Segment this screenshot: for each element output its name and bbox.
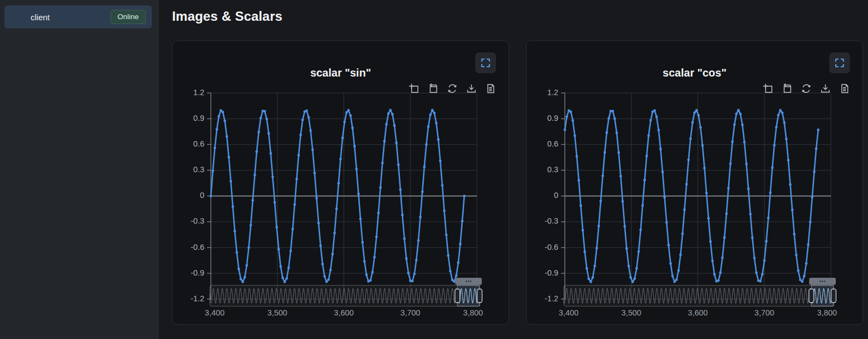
x-tick-label: 3,700 [400,308,420,317]
save-as-image-icon [820,83,831,94]
zoom-reset-button[interactable] [427,83,439,95]
datazoom-window[interactable] [811,285,834,306]
y-tick-label: -1.2 [191,294,204,303]
page-title: Images & Scalars [172,9,868,24]
datazoom-track[interactable] [210,285,480,306]
restore-icon [447,83,458,94]
x-tick-label: 3,400 [205,308,225,317]
fullscreen-icon [834,57,845,68]
box-select-zoom-icon [763,83,773,94]
y-tick-label: -0.3 [545,217,558,225]
x-tick-label: 3,500 [268,308,287,317]
fullscreen-icon [480,57,491,68]
zoom-reset-icon [428,83,439,94]
restore-button[interactable] [800,83,812,95]
y-tick-label: 1.2 [547,88,558,97]
data-view-button[interactable] [839,83,851,95]
x-tick-label: 3,800 [817,308,837,317]
box-select-zoom-icon [409,83,420,94]
sidebar: client Online [0,0,159,339]
right-handle-icon[interactable] [477,289,482,303]
x-tick-label: 3,600 [688,308,707,317]
y-tick-label: 0.9 [193,114,204,122]
save-as-image-icon [466,83,477,94]
data-view-icon [485,83,496,94]
box-select-zoom-button[interactable] [762,83,774,95]
sidebar-item-client[interactable]: client Online [4,5,152,28]
box-select-zoom-button[interactable] [408,83,420,95]
y-tick-label: -0.6 [191,243,204,252]
main-content: Images & Scalars 1.20.90.60.30-0.3-0.6-0… [159,0,868,339]
y-tick-label: 0.3 [193,165,204,174]
y-tick-label: 0 [200,191,204,200]
chart-toolbar [762,83,851,95]
y-tick-label: -0.9 [545,268,558,277]
x-tick-label: 3,400 [559,308,578,317]
right-handle-icon[interactable] [831,289,836,303]
status-badge: Online [110,10,146,25]
restore-button[interactable] [446,83,458,95]
y-tick-label: 0 [554,191,558,200]
datazoom-window[interactable] [457,285,480,306]
save-as-image-button[interactable] [465,83,477,95]
left-handle-icon[interactable] [809,289,814,303]
y-tick-label: 0.3 [547,165,558,174]
zoom-reset-button[interactable] [781,83,793,95]
client-name-label: client [4,13,110,22]
chart-toolbar [408,83,497,95]
zoom-reset-icon [782,83,793,94]
app-window: client Online Images & Scalars 1.20.90.6… [0,0,868,339]
x-tick-label: 3,700 [754,308,774,317]
y-tick-label: -0.9 [191,268,204,277]
y-tick-label: 0.6 [193,139,204,148]
fullscreen-button[interactable] [475,52,496,73]
x-tick-label: 3,500 [622,308,641,317]
chart-card-sin: 1.20.90.60.30-0.3-0.6-0.9-1.23,4003,5003… [172,40,509,325]
restore-icon [801,83,812,94]
x-tick-label: 3,800 [463,308,483,317]
y-tick-label: 0.6 [547,139,558,148]
data-view-icon [839,83,850,94]
chart-card-cos: 1.20.90.60.30-0.3-0.6-0.9-1.23,4003,5003… [526,40,863,325]
y-tick-label: 0.9 [547,114,558,122]
save-as-image-button[interactable] [819,83,831,95]
data-view-button[interactable] [485,83,497,95]
fullscreen-button[interactable] [829,52,850,73]
y-tick-label: -0.6 [545,243,558,252]
left-handle-icon[interactable] [455,289,460,303]
y-tick-label: 1.2 [193,88,204,97]
y-tick-label: -1.2 [545,294,558,303]
chart-grid: 1.20.90.60.30-0.3-0.6-0.9-1.23,4003,5003… [172,40,868,325]
x-tick-label: 3,600 [334,308,353,317]
y-tick-label: -0.3 [191,217,204,225]
